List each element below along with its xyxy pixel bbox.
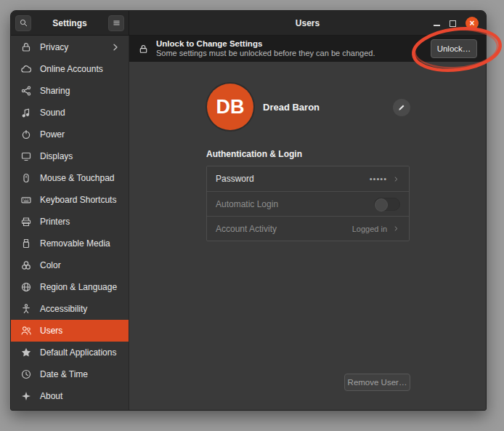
sidebar-item-label: Privacy [40,42,68,52]
automatic-login-toggle[interactable] [374,198,400,211]
sidebar-item-label: Keyboard Shortcuts [40,195,116,205]
sidebar-item-label: Accessibility [40,304,87,314]
auth-settings-list: Password ••••• Automatic Login [206,166,410,241]
sidebar-item-label: Sharing [40,86,70,96]
sidebar-item-sharing[interactable]: Sharing [11,80,129,102]
power-icon [20,129,32,140]
chevron-right-icon [392,175,400,183]
keyboard-icon [20,194,32,206]
unlock-banner-text: Unlock to Change Settings Some settings … [156,39,375,59]
unlock-banner-title: Unlock to Change Settings [156,39,375,49]
sidebar-item-color[interactable]: Color [11,254,129,276]
sidebar-item-accessibility[interactable]: Accessibility [11,298,129,320]
avatar[interactable]: DB [207,84,253,130]
account-activity-row[interactable]: Account Activity Logged in [207,216,409,241]
chevron-right-icon [110,41,121,53]
password-label: Password [216,174,254,184]
auth-section-title: Authentication & Login [206,149,302,159]
sidebar-item-date-time[interactable]: Date & Time [11,363,129,385]
cloud-icon [20,63,32,75]
sparkle-icon [20,390,32,402]
automatic-login-row: Automatic Login [207,191,409,216]
clock-icon [20,368,32,380]
remove-user-button[interactable]: Remove User… [344,374,410,391]
printer-icon [20,216,32,227]
password-value: ••••• [370,174,387,183]
sidebar-item-label: Mouse & Touchpad [40,173,115,183]
sidebar-item-label: Color [40,260,61,270]
edit-name-button[interactable] [393,99,410,116]
sidebar-header: Settings [11,11,129,35]
minimize-icon[interactable] [434,25,440,26]
sidebar: Privacy Online Accounts Sharing Sound [11,36,129,411]
sidebar-item-label: Removable Media [40,238,110,249]
pencil-icon [397,103,406,112]
close-icon[interactable]: × [466,17,479,30]
sidebar-item-removable-media[interactable]: Removable Media [11,233,129,254]
password-row[interactable]: Password ••••• [207,166,409,191]
sidebar-item-label: Users [40,326,62,336]
users-panel: Unlock to Change Settings Some settings … [129,36,486,411]
desktop-background: Settings Users × Privacy [0,0,504,431]
app-title: Settings [52,18,86,28]
menu-button[interactable] [108,15,124,31]
sidebar-item-label: Region & Language [40,282,117,292]
users-content: DB Dread Baron Authentication & Login Pa… [129,62,486,411]
sidebar-item-displays[interactable]: Displays [11,145,129,167]
sidebar-item-keyboard-shortcuts[interactable]: Keyboard Shortcuts [11,189,129,211]
main-header: Users × [129,11,486,35]
person-icon [20,303,32,315]
sidebar-item-users[interactable]: Users [11,320,129,342]
maximize-icon[interactable] [450,20,456,27]
sidebar-item-label: Default Applications [40,347,116,358]
unlock-button[interactable]: Unlock… [431,39,477,58]
unlock-banner-subtitle: Some settings must be unlocked before th… [156,49,375,59]
users-icon [20,325,32,337]
sidebar-item-label: Date & Time [40,369,88,379]
sidebar-item-privacy[interactable]: Privacy [11,36,129,58]
music-note-icon [20,107,32,118]
color-icon [20,259,32,271]
sidebar-item-power[interactable]: Power [11,124,129,145]
search-button[interactable] [15,15,31,31]
user-name: Dread Baron [263,102,320,113]
sidebar-item-label: Sound [40,108,65,118]
chevron-right-icon [392,225,400,233]
titlebar: Settings Users × [11,11,486,36]
sidebar-item-label: Online Accounts [40,64,103,74]
sidebar-item-sound[interactable]: Sound [11,102,129,124]
sidebar-item-label: Printers [40,217,70,227]
lock-icon [20,41,32,53]
search-icon [19,18,28,28]
drive-icon [20,238,32,249]
share-icon [20,85,32,97]
sidebar-item-region-language[interactable]: Region & Language [11,276,129,298]
sidebar-item-online-accounts[interactable]: Online Accounts [11,58,129,80]
sidebar-item-label: Displays [40,151,73,161]
sidebar-item-label: About [40,391,62,401]
globe-icon [20,281,32,293]
sidebar-item-mouse-touchpad[interactable]: Mouse & Touchpad [11,167,129,189]
window-controls: × [434,11,479,36]
unlock-banner: Unlock to Change Settings Some settings … [129,36,486,62]
display-icon [20,150,32,162]
settings-window: Settings Users × Privacy [10,10,487,411]
account-activity-label: Account Activity [216,224,277,234]
sidebar-item-label: Power [40,129,65,140]
hamburger-menu-icon [112,18,121,28]
lock-icon [138,44,149,55]
panel-title: Users [296,18,320,28]
star-icon [20,347,32,358]
sidebar-item-about[interactable]: About [11,385,129,407]
sidebar-item-default-applications[interactable]: Default Applications [11,342,129,363]
account-activity-value: Logged in [352,225,387,233]
mouse-icon [20,172,32,184]
sidebar-item-printers[interactable]: Printers [11,211,129,233]
automatic-login-label: Automatic Login [216,199,278,209]
